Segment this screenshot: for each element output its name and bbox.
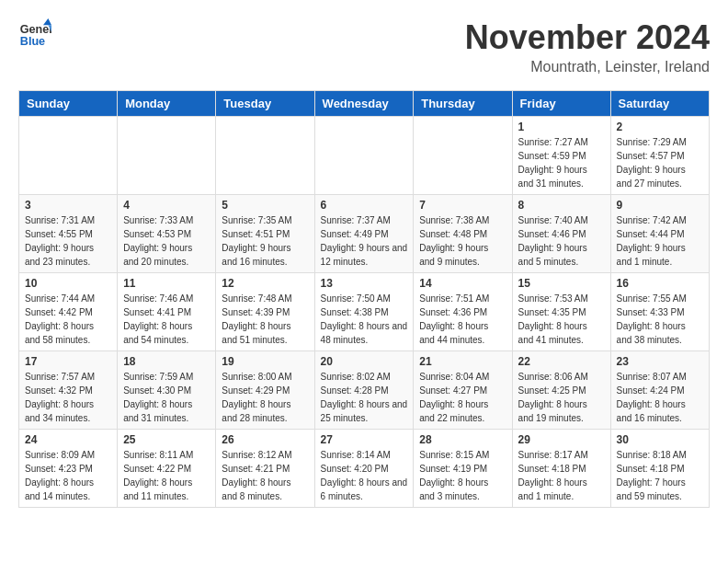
page-header: General Blue November 2024 Mountrath, Le… <box>18 18 710 75</box>
calendar-cell: 10Sunrise: 7:44 AM Sunset: 4:42 PM Dayli… <box>19 273 118 351</box>
logo: General Blue <box>18 18 51 52</box>
day-info: Sunrise: 7:37 AM Sunset: 4:49 PM Dayligh… <box>321 213 408 269</box>
day-number: 13 <box>321 277 408 290</box>
day-number: 27 <box>321 433 408 446</box>
logo-icon: General Blue <box>18 18 51 52</box>
day-info: Sunrise: 7:59 AM Sunset: 4:30 PM Dayligh… <box>123 370 210 425</box>
calendar-cell: 23Sunrise: 8:07 AM Sunset: 4:24 PM Dayli… <box>610 351 709 430</box>
day-info: Sunrise: 7:33 AM Sunset: 4:53 PM Dayligh… <box>123 213 210 269</box>
calendar-cell: 26Sunrise: 8:12 AM Sunset: 4:21 PM Dayli… <box>216 430 314 508</box>
calendar-table: SundayMondayTuesdayWednesdayThursdayFrid… <box>18 90 710 508</box>
day-info: Sunrise: 7:38 AM Sunset: 4:48 PM Dayligh… <box>419 213 506 269</box>
day-info: Sunrise: 7:53 AM Sunset: 4:35 PM Dayligh… <box>518 292 605 347</box>
calendar-cell: 6Sunrise: 7:37 AM Sunset: 4:49 PM Daylig… <box>314 195 414 273</box>
calendar-cell: 21Sunrise: 8:04 AM Sunset: 4:27 PM Dayli… <box>414 351 512 430</box>
header-wednesday: Wednesday <box>314 91 414 117</box>
calendar-cell: 8Sunrise: 7:40 AM Sunset: 4:46 PM Daylig… <box>512 195 610 273</box>
calendar-cell: 22Sunrise: 8:06 AM Sunset: 4:25 PM Dayli… <box>512 351 610 430</box>
calendar-cell: 1Sunrise: 7:27 AM Sunset: 4:59 PM Daylig… <box>512 117 610 195</box>
calendar-cell: 4Sunrise: 7:33 AM Sunset: 4:53 PM Daylig… <box>118 195 216 273</box>
calendar-cell: 28Sunrise: 8:15 AM Sunset: 4:19 PM Dayli… <box>414 430 512 508</box>
day-info: Sunrise: 8:17 AM Sunset: 4:18 PM Dayligh… <box>518 448 605 503</box>
day-number: 3 <box>25 199 111 212</box>
calendar-cell: 27Sunrise: 8:14 AM Sunset: 4:20 PM Dayli… <box>314 430 414 508</box>
calendar-cell: 29Sunrise: 8:17 AM Sunset: 4:18 PM Dayli… <box>512 430 610 508</box>
day-number: 17 <box>25 355 111 368</box>
day-number: 2 <box>617 121 703 133</box>
calendar-cell: 2Sunrise: 7:29 AM Sunset: 4:57 PM Daylig… <box>610 117 709 195</box>
calendar-cell <box>216 117 314 195</box>
day-info: Sunrise: 8:02 AM Sunset: 4:28 PM Dayligh… <box>321 370 408 425</box>
day-info: Sunrise: 8:12 AM Sunset: 4:21 PM Dayligh… <box>222 448 308 503</box>
calendar-cell: 20Sunrise: 8:02 AM Sunset: 4:28 PM Dayli… <box>314 351 414 430</box>
day-info: Sunrise: 8:18 AM Sunset: 4:18 PM Dayligh… <box>617 448 703 503</box>
day-number: 12 <box>222 277 308 290</box>
day-number: 8 <box>518 199 605 212</box>
day-info: Sunrise: 7:40 AM Sunset: 4:46 PM Dayligh… <box>518 213 605 269</box>
calendar-cell: 11Sunrise: 7:46 AM Sunset: 4:41 PM Dayli… <box>118 273 216 351</box>
calendar-cell: 12Sunrise: 7:48 AM Sunset: 4:39 PM Dayli… <box>216 273 314 351</box>
header-friday: Friday <box>512 91 610 117</box>
day-number: 23 <box>617 355 703 368</box>
header-sunday: Sunday <box>19 91 118 117</box>
day-info: Sunrise: 8:14 AM Sunset: 4:20 PM Dayligh… <box>321 448 408 503</box>
week-row-1: 1Sunrise: 7:27 AM Sunset: 4:59 PM Daylig… <box>19 117 710 195</box>
header-monday: Monday <box>118 91 216 117</box>
calendar-cell <box>118 117 216 195</box>
day-number: 20 <box>321 355 408 368</box>
day-number: 18 <box>123 355 210 368</box>
day-number: 25 <box>123 433 210 446</box>
calendar-cell: 13Sunrise: 7:50 AM Sunset: 4:38 PM Dayli… <box>314 273 414 351</box>
day-info: Sunrise: 7:44 AM Sunset: 4:42 PM Dayligh… <box>25 292 111 347</box>
day-number: 1 <box>518 121 605 133</box>
day-info: Sunrise: 8:09 AM Sunset: 4:23 PM Dayligh… <box>25 448 111 503</box>
day-number: 6 <box>321 199 408 212</box>
week-row-2: 3Sunrise: 7:31 AM Sunset: 4:55 PM Daylig… <box>19 195 710 273</box>
day-info: Sunrise: 7:29 AM Sunset: 4:57 PM Dayligh… <box>617 135 703 190</box>
title-area: November 2024 Mountrath, Leinster, Irela… <box>465 18 710 75</box>
day-number: 26 <box>222 433 308 446</box>
day-info: Sunrise: 7:31 AM Sunset: 4:55 PM Dayligh… <box>25 213 111 269</box>
calendar-cell: 7Sunrise: 7:38 AM Sunset: 4:48 PM Daylig… <box>414 195 512 273</box>
day-number: 19 <box>222 355 308 368</box>
day-number: 11 <box>123 277 210 290</box>
calendar-cell: 14Sunrise: 7:51 AM Sunset: 4:36 PM Dayli… <box>414 273 512 351</box>
calendar-cell: 3Sunrise: 7:31 AM Sunset: 4:55 PM Daylig… <box>19 195 118 273</box>
day-info: Sunrise: 7:42 AM Sunset: 4:44 PM Dayligh… <box>617 213 703 269</box>
day-info: Sunrise: 8:06 AM Sunset: 4:25 PM Dayligh… <box>518 370 605 425</box>
calendar-cell: 25Sunrise: 8:11 AM Sunset: 4:22 PM Dayli… <box>118 430 216 508</box>
day-info: Sunrise: 7:46 AM Sunset: 4:41 PM Dayligh… <box>123 292 210 347</box>
day-number: 10 <box>25 277 111 290</box>
day-info: Sunrise: 7:50 AM Sunset: 4:38 PM Dayligh… <box>321 292 408 347</box>
svg-marker-2 <box>43 18 51 25</box>
day-number: 15 <box>518 277 605 290</box>
header-tuesday: Tuesday <box>216 91 314 117</box>
week-row-3: 10Sunrise: 7:44 AM Sunset: 4:42 PM Dayli… <box>19 273 710 351</box>
calendar-cell: 18Sunrise: 7:59 AM Sunset: 4:30 PM Dayli… <box>118 351 216 430</box>
header-saturday: Saturday <box>610 91 709 117</box>
day-number: 28 <box>419 433 506 446</box>
calendar-cell: 17Sunrise: 7:57 AM Sunset: 4:32 PM Dayli… <box>19 351 118 430</box>
day-number: 14 <box>419 277 506 290</box>
day-info: Sunrise: 8:04 AM Sunset: 4:27 PM Dayligh… <box>419 370 506 425</box>
calendar-cell: 16Sunrise: 7:55 AM Sunset: 4:33 PM Dayli… <box>610 273 709 351</box>
day-number: 30 <box>617 433 703 446</box>
day-info: Sunrise: 7:57 AM Sunset: 4:32 PM Dayligh… <box>25 370 111 425</box>
day-info: Sunrise: 8:00 AM Sunset: 4:29 PM Dayligh… <box>222 370 308 425</box>
day-info: Sunrise: 7:51 AM Sunset: 4:36 PM Dayligh… <box>419 292 506 347</box>
calendar-cell <box>414 117 512 195</box>
calendar-cell: 5Sunrise: 7:35 AM Sunset: 4:51 PM Daylig… <box>216 195 314 273</box>
day-number: 9 <box>617 199 703 212</box>
day-info: Sunrise: 7:35 AM Sunset: 4:51 PM Dayligh… <box>222 213 308 269</box>
month-title: November 2024 <box>465 18 710 57</box>
week-row-5: 24Sunrise: 8:09 AM Sunset: 4:23 PM Dayli… <box>19 430 710 508</box>
day-number: 5 <box>222 199 308 212</box>
day-info: Sunrise: 8:07 AM Sunset: 4:24 PM Dayligh… <box>617 370 703 425</box>
location-title: Mountrath, Leinster, Ireland <box>465 59 710 75</box>
day-number: 22 <box>518 355 605 368</box>
calendar-cell <box>19 117 118 195</box>
day-info: Sunrise: 8:11 AM Sunset: 4:22 PM Dayligh… <box>123 448 210 503</box>
header-row: SundayMondayTuesdayWednesdayThursdayFrid… <box>19 91 710 117</box>
week-row-4: 17Sunrise: 7:57 AM Sunset: 4:32 PM Dayli… <box>19 351 710 430</box>
day-number: 29 <box>518 433 605 446</box>
